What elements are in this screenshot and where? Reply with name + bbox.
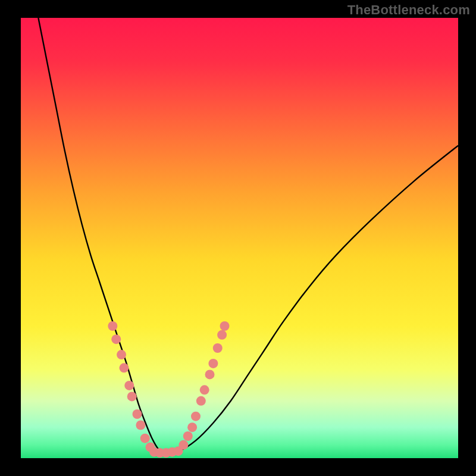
marker-dot [117,350,126,359]
gradient-background [21,18,458,458]
marker-dot [205,369,215,379]
watermark-text: TheBottleneck.com [347,2,470,18]
marker-dot [111,334,121,344]
marker-dot [136,421,145,430]
marker-dot [196,396,206,406]
marker-dot [208,359,218,368]
marker-dot [213,343,223,353]
marker-dot [140,434,150,443]
marker-dot [178,440,188,450]
marker-dot [124,381,134,390]
marker-dot [220,321,230,331]
marker-dot [133,409,142,419]
chart-frame: TheBottleneck.com [0,0,476,476]
marker-dot [108,321,117,331]
bottleneck-chart [0,0,476,476]
marker-dot [200,385,209,394]
marker-dot [191,412,201,421]
marker-dot [119,363,129,372]
marker-dot [127,392,137,401]
marker-dot [217,330,227,340]
marker-dot [183,431,193,441]
marker-dot [187,422,197,432]
